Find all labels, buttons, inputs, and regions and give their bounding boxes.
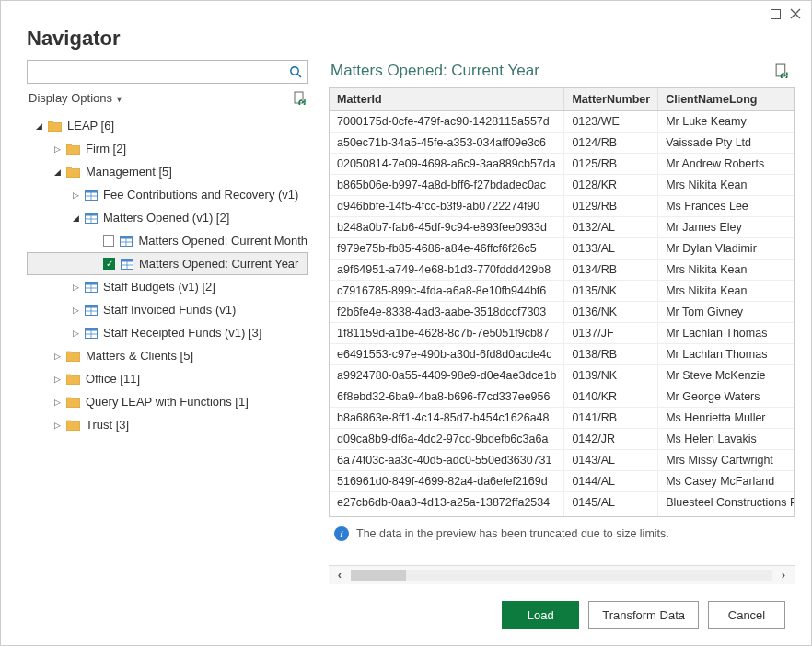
table-cell: 0140/KR: [564, 386, 658, 408]
load-button[interactable]: Load: [502, 601, 579, 629]
tree-item-label: Management [5]: [86, 165, 172, 179]
svg-rect-0: [771, 9, 780, 18]
table-row[interactable]: c7916785-899c-4fda-a6a8-8e10fb944bf60135…: [330, 281, 795, 302]
svg-rect-5: [295, 92, 303, 103]
tree-item-label: Firm [2]: [86, 142, 126, 156]
collapse-icon[interactable]: ◢: [52, 167, 63, 177]
table-row[interactable]: a9924780-0a55-4409-98e9-d0e4ae3dce1b0139…: [330, 365, 795, 386]
column-header[interactable]: MatterId: [330, 88, 564, 111]
expand-icon[interactable]: ▷: [52, 375, 63, 384]
scroll-right-button[interactable]: ›: [772, 568, 795, 582]
close-button[interactable]: [785, 5, 806, 23]
titlebar: [1, 1, 811, 27]
table-row[interactable]: a9f64951-a749-4e68-b1d3-770fddd429b80134…: [330, 260, 795, 281]
tree-checkbox[interactable]: [103, 235, 115, 247]
expand-icon[interactable]: ▷: [70, 329, 81, 338]
horizontal-scrollbar[interactable]: ‹ ›: [329, 565, 795, 584]
header: Navigator: [1, 27, 811, 60]
tree-item[interactable]: ▷Staff Receipted Funds (v1) [3]: [27, 321, 308, 344]
table-cell: 0137/JF: [564, 323, 658, 344]
scroll-left-button[interactable]: ‹: [329, 568, 351, 582]
column-header[interactable]: MatterNumber: [564, 88, 658, 111]
preview-title: Matters Opened: Current Year: [331, 62, 539, 80]
expand-icon[interactable]: ▷: [52, 421, 63, 430]
tree-item[interactable]: ▷Fee Contributions and Recovery (v1): [27, 183, 308, 206]
table-row[interactable]: 6f8ebd32-6ba9-4ba8-b696-f7cd337ee9560140…: [330, 386, 795, 408]
preview-table[interactable]: MatterIdMatterNumberClientNameLong 70001…: [330, 88, 795, 517]
tree-item[interactable]: ▷Matters Opened: Current Month: [27, 229, 308, 252]
expand-icon[interactable]: ▷: [70, 306, 81, 315]
tree-item[interactable]: ◢Matters Opened (v1) [2]: [27, 206, 308, 229]
table-icon: [120, 236, 133, 247]
cancel-button[interactable]: Cancel: [708, 601, 785, 629]
maximize-button[interactable]: [765, 5, 785, 23]
table-row[interactable]: 7000175d-0cfe-479f-ac90-1428115a557d0123…: [330, 111, 795, 133]
transform-data-button[interactable]: Transform Data: [588, 601, 699, 629]
table-row[interactable]: 1f81159d-a1be-4628-8c7b-7e5051f9cb870137…: [330, 323, 795, 344]
table-row[interactable]: e27cb6db-0aa3-4d13-a25a-13872ffa25340145…: [330, 492, 795, 513]
tree-item[interactable]: ▷Staff Budgets (v1) [2]: [27, 275, 308, 298]
table-row[interactable]: f2b6fe4e-8338-4ad3-aabe-3518dccf73030136…: [330, 302, 795, 323]
table-row[interactable]: b248a0b7-fab6-45df-9c94-e893fee0933d0132…: [330, 217, 795, 238]
truncated-info: i The data in the preview has been trunc…: [329, 517, 795, 550]
navigator-tree[interactable]: ◢LEAP [6]▷Firm [2]◢Management [5]▷Fee Co…: [27, 110, 308, 584]
table-row[interactable]: b8a6863e-8ff1-4c14-85d7-b454c1626a480141…: [330, 408, 795, 429]
expand-icon[interactable]: ▷: [52, 144, 63, 154]
collapse-icon[interactable]: ◢: [33, 121, 44, 131]
table-row[interactable]: a50ec71b-34a5-45fe-a353-034aff09e3c60124…: [330, 133, 795, 154]
tree-item[interactable]: ▷Query LEAP with Functions [1]: [27, 390, 308, 413]
table-cell: f979e75b-fb85-4686-a84e-46ffcf6f26c5: [330, 238, 564, 260]
tree-checkbox[interactable]: ✓: [103, 258, 115, 270]
tree-item[interactable]: ▷Matters & Clients [5]: [27, 344, 308, 367]
table-row[interactable]: 6a74f03c-aa3c-40d5-adc0-550ed36307310143…: [330, 450, 795, 471]
column-header[interactable]: ClientNameLong: [658, 88, 795, 111]
table-row[interactable]: d09ca8b9-df6a-4dc2-97cd-9bdefb6c3a6a0142…: [330, 429, 795, 450]
tree-item-label: LEAP [6]: [67, 119, 114, 133]
close-icon: [790, 8, 801, 19]
tree-item[interactable]: ▷Firm [2]: [27, 137, 308, 160]
expand-icon[interactable]: ▷: [52, 398, 63, 407]
refresh-preview-button[interactable]: [774, 63, 789, 78]
search-icon[interactable]: [289, 65, 304, 78]
table-cell: Mr James Eley: [658, 217, 795, 238]
table-cell: b248a0b7-fab6-45df-9c94-e893fee0933d: [330, 217, 564, 238]
table-cell: Ms Henrietta Muller: [658, 408, 795, 429]
tree-item-label: Matters & Clients [5]: [86, 349, 193, 363]
search-box[interactable]: [27, 60, 308, 84]
table-row[interactable]: d946bbfe-14f5-4fcc-b3f9-ab0722274f900129…: [330, 196, 795, 217]
preview-pane: Matters Opened: Current Year MatterIdMat…: [319, 60, 795, 584]
tree-item-label: Staff Invoiced Funds (v1): [103, 303, 236, 317]
table-row[interactable]: 02050814-7e09-4698-a6c9-3aa889cb57da0125…: [330, 154, 795, 175]
tree-item[interactable]: ▷Trust [3]: [27, 413, 308, 436]
display-options-button[interactable]: Display Options▼: [29, 91, 123, 105]
table-cell: b8a6863e-8ff1-4c14-85d7-b454c1626a48: [330, 408, 564, 429]
table-cell: Mrs Nikita Kean: [658, 175, 795, 196]
table-cell: Mr Luke Keamy: [658, 111, 795, 133]
chevron-down-icon: ▼: [115, 95, 123, 104]
expand-icon[interactable]: ▷: [70, 190, 81, 200]
refresh-tree-button[interactable]: [293, 91, 307, 105]
table-icon: [85, 213, 98, 224]
table-cell: a9f64951-a749-4e68-b1d3-770fddd429b8: [330, 260, 564, 281]
collapse-icon[interactable]: ◢: [70, 213, 81, 223]
search-input[interactable]: [31, 63, 289, 81]
expand-icon[interactable]: ▷: [52, 352, 63, 361]
scroll-thumb[interactable]: [351, 570, 406, 581]
tree-item[interactable]: ◢LEAP [6]: [27, 114, 308, 137]
truncated-message: The data in the preview has been truncat…: [356, 527, 669, 540]
tree-item[interactable]: ▷Staff Invoiced Funds (v1): [27, 298, 308, 321]
info-icon: i: [334, 526, 349, 541]
table-row[interactable]: f979e75b-fb85-4686-a84e-46ffcf6f26c50133…: [330, 238, 795, 260]
table-cell: d946bbfe-14f5-4fcc-b3f9-ab0722274f90: [330, 196, 564, 217]
table-cell: 0125/RB: [564, 154, 658, 175]
svg-rect-34: [776, 64, 785, 76]
scroll-track[interactable]: [351, 570, 772, 581]
table-row[interactable]: b865b06e-b997-4a8d-bff6-f27bdadec0ac0128…: [330, 175, 795, 196]
table-row[interactable]: 516961d0-849f-4699-82a4-da6efef2169d0144…: [330, 471, 795, 492]
tree-item[interactable]: ◢Management [5]: [27, 160, 308, 183]
tree-item[interactable]: ▷Office [11]: [27, 367, 308, 390]
expand-icon[interactable]: ▷: [70, 283, 81, 292]
tree-item[interactable]: ▷✓Matters Opened: Current Year: [27, 252, 308, 275]
table-row[interactable]: e6491553-c97e-490b-a30d-6fd8d0acde4c0138…: [330, 344, 795, 365]
table-icon: [121, 259, 133, 270]
